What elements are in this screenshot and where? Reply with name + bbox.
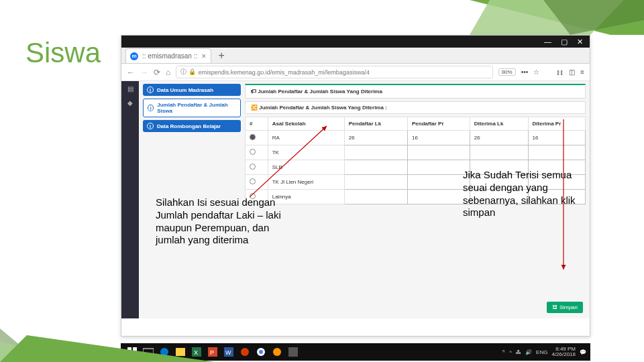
rail-icon[interactable]: ◆ [127,99,133,107]
info-icon: i [147,123,154,129]
firefox-icon[interactable] [270,345,284,359]
tag-icon: 🏷 [251,88,256,95]
save-label: Simpan [559,304,578,310]
col-dpr: Diterima Pr [528,117,585,131]
office-icon[interactable] [237,345,252,359]
app-icon[interactable] [286,345,301,359]
favicon: m [130,52,138,60]
cell-input[interactable] [470,145,528,160]
row-select[interactable] [246,145,268,160]
row-label: TK Jl Lien Negeri [268,175,344,190]
reload-button[interactable]: ⟳ [154,68,160,77]
slide-decoration-top [470,0,644,35]
row-label: RA [268,131,344,145]
lang-indicator[interactable]: ENG [536,349,547,355]
tab-bar: m :: emismadrasan :: ✕ + [121,48,590,64]
library-icon[interactable]: ⫿⫿ [557,68,564,76]
row-select[interactable] [246,175,268,190]
row-label: SLB [268,160,344,175]
cell-input[interactable]: 26 [470,131,528,145]
cell-input[interactable]: 16 [528,131,585,145]
panel-header: 🏷 Jumlah Pendaftar & Jumlah Siswa Yang D… [245,84,586,99]
sidenav-label: Jumlah Pendaftar & Jumlah Siswa [157,102,236,114]
sidenav-item-jumlah[interactable]: iJumlah Pendaftar & Jumlah Siswa [143,99,241,117]
col-asal: Asal Sekolah [268,117,344,131]
svg-point-17 [259,350,263,354]
maximize-button[interactable]: ▢ [561,38,568,46]
table-row: RA26162616 [246,131,586,145]
col-ppr: Pendaftar Pr [407,117,470,131]
star-icon[interactable]: ☆ [533,68,539,76]
tray-chevron-icon[interactable]: ᴿ [502,349,505,355]
info-icon: i [147,86,154,93]
system-tray[interactable]: ᴿ ^ 🖧 🔊 ENG 8:49 PM4/26/2018 💬 [502,347,586,357]
zoom-badge[interactable]: 80% [498,68,516,76]
slide-decoration-bottom [0,322,215,362]
callout-right: Jika Sudah Terisi semua seuai dengan yan… [463,169,597,219]
tab-title: :: emismadrasan :: [142,52,197,60]
menu-icon[interactable]: ≡ [580,68,584,76]
col-dlk: Diterima Lk [470,117,528,131]
new-tab-button[interactable]: + [214,48,229,63]
volume-icon[interactable]: 🔊 [525,349,532,355]
cell-input[interactable] [407,160,470,175]
network-icon[interactable]: 🖧 [516,349,521,355]
svg-text:W: W [225,349,231,356]
url-text: emispendis.kemenag.go.id/emis_madrasah_m… [199,69,370,76]
table-row: TK [246,145,586,160]
tab-close-icon[interactable]: ✕ [201,53,207,60]
svg-rect-19 [288,347,298,357]
save-button[interactable]: 🖫 Simpan [547,302,583,313]
row-label: TK [268,145,344,160]
rail-icon[interactable]: ▤ [127,85,133,93]
callout-left: Silahkan Isi sesuai dengan Jumlah pendaf… [156,196,283,247]
info-icon: i [148,105,154,111]
window-titlebar: — ▢ ✕ [121,36,590,48]
chrome-icon[interactable] [254,345,268,359]
side-nav: iData Umum Madrasah iJumlah Pendaftar & … [143,84,241,135]
browser-tab[interactable]: m :: emismadrasan :: ✕ [125,48,211,63]
row-select[interactable] [246,160,268,175]
cell-input[interactable] [407,190,470,204]
forward-button[interactable]: → [140,68,148,77]
minimize-button[interactable]: — [544,38,551,46]
col-plk: Pendaftar Lk [344,117,407,131]
sidenav-label: Data Rombongan Belajar [157,123,221,129]
sidenav-item-rombel[interactable]: iData Rombongan Belajar [143,120,241,132]
cell-input[interactable] [344,160,407,175]
sidebar-icon[interactable]: ◫ [569,68,575,76]
svg-point-15 [241,348,249,356]
cell-input[interactable]: 16 [407,131,470,145]
col-select: # [246,117,268,131]
lock-icon: ⓘ 🔒 [180,68,196,76]
tray-chevron-icon[interactable]: ^ [509,349,512,355]
sidenav-item-data-umum[interactable]: iData Umum Madrasah [143,84,241,96]
cell-input[interactable] [344,145,407,160]
cell-input[interactable] [344,175,407,190]
app-rail: ▤ ◆ [121,81,139,318]
clock-date: 4/26/2018 [551,351,576,357]
more-icon[interactable]: ••• [521,68,529,76]
home-button[interactable]: ⌂ [166,68,170,77]
cell-input[interactable] [528,145,585,160]
back-button[interactable]: ← [127,68,135,77]
url-bar: ← → ⟳ ⌂ ⓘ 🔒 emispendis.kemenag.go.id/emi… [121,64,590,81]
address-input[interactable]: ⓘ 🔒 emispendis.kemenag.go.id/emis_madras… [176,66,492,78]
cell-input[interactable] [407,145,470,160]
svg-point-18 [273,348,281,356]
shuffle-icon: 🔀 [251,105,258,111]
sidenav-label: Data Umum Madrasah [157,87,213,93]
close-button[interactable]: ✕ [577,38,583,46]
cell-input[interactable]: 26 [344,131,407,145]
row-select[interactable] [246,131,268,145]
cell-input[interactable] [344,190,407,204]
word-icon[interactable]: W [221,345,236,359]
notifications-icon[interactable]: 💬 [580,349,586,355]
cell-input[interactable] [407,175,470,190]
panel-subheader: 🔀 Jumlah Pendaftar & Jumlah Siswa Yang D… [245,101,586,114]
slide-title: Siswa [25,37,101,69]
